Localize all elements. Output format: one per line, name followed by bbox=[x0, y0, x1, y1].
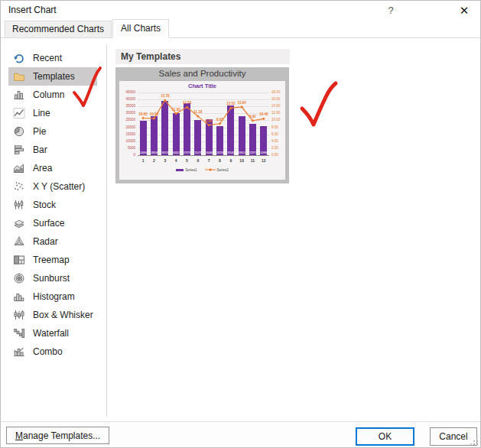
left-axis-tick: 10000 bbox=[119, 139, 135, 144]
line-data-label: 15.78 bbox=[161, 94, 169, 98]
waterfall-icon bbox=[12, 327, 26, 339]
bar-series1 bbox=[239, 116, 245, 155]
bar-data-label: 37179 bbox=[181, 151, 192, 154]
recent-icon bbox=[12, 52, 26, 64]
line-data-label: 10.65 bbox=[139, 112, 148, 116]
sidebar-item-label: Templates bbox=[33, 71, 75, 82]
sidebar-item-bar[interactable]: Bar bbox=[8, 141, 97, 159]
sidebar-item-line[interactable]: Line bbox=[8, 104, 97, 122]
templates-panel: My Templates Sales and Productivity Char… bbox=[115, 49, 290, 183]
sidebar-item-label: Bar bbox=[33, 144, 47, 155]
legend-swatch-bar bbox=[176, 169, 184, 171]
bar-data-label: 30412 bbox=[171, 151, 181, 154]
scatter-icon bbox=[12, 180, 26, 193]
right-axis-tick: 8.00 bbox=[271, 125, 278, 130]
right-axis-tick: 6.00 bbox=[271, 132, 278, 137]
left-axis-tick: 40000 bbox=[119, 97, 135, 102]
folder-icon bbox=[12, 70, 26, 83]
left-axis-tick: 15000 bbox=[119, 132, 135, 137]
ok-button[interactable]: OK bbox=[356, 427, 414, 446]
resize-grip[interactable] bbox=[470, 437, 478, 445]
close-icon[interactable]: ✕ bbox=[453, 1, 476, 21]
sidebar-item-pie[interactable]: Pie bbox=[8, 122, 97, 141]
insert-chart-dialog: Insert Chart ? ✕ Recommended Charts All … bbox=[0, 0, 481, 448]
x-axis-label: 10 bbox=[236, 158, 247, 163]
sidebar-item-label: Box & Whisker bbox=[33, 310, 93, 320]
x-axis-line bbox=[138, 155, 269, 156]
sidebar-item-label: Surface bbox=[33, 218, 64, 229]
sidebar-item-combo[interactable]: Combo bbox=[8, 342, 97, 361]
left-axis-tick: 45000 bbox=[119, 90, 135, 95]
box-whisker-icon bbox=[12, 309, 26, 321]
area-icon bbox=[12, 162, 26, 174]
combo-icon bbox=[12, 346, 26, 358]
chart-legend: Series1Series2 bbox=[119, 167, 285, 173]
sidebar-divider bbox=[106, 44, 107, 417]
radar-icon bbox=[12, 235, 26, 248]
treemap-icon bbox=[12, 254, 26, 266]
right-axis-tick: 10.00 bbox=[271, 118, 280, 122]
sidebar-item-label: Radar bbox=[33, 236, 58, 247]
sidebar-item-area[interactable]: Area bbox=[8, 159, 97, 177]
line-data-label: 8.65 bbox=[206, 119, 213, 123]
x-axis-label: 9 bbox=[226, 158, 236, 163]
left-axis-tick: 35000 bbox=[119, 104, 135, 109]
line-data-label: 13.52 bbox=[226, 102, 235, 106]
sidebar-item-waterfall[interactable]: Waterfall bbox=[8, 324, 97, 342]
sidebar-item-label: Recent bbox=[33, 53, 62, 63]
line-data-label: 13.84 bbox=[238, 101, 246, 105]
tabstrip: Recommended Charts All Charts bbox=[1, 21, 480, 38]
sidebar-item-radar[interactable]: Radar bbox=[8, 232, 97, 251]
surface-icon bbox=[12, 217, 26, 229]
right-axis-tick: 12.00 bbox=[271, 111, 280, 115]
sidebar-item-sunburst[interactable]: Sunburst bbox=[8, 269, 97, 287]
sidebar-item-label: Column bbox=[33, 89, 64, 100]
tab-all-charts[interactable]: All Charts bbox=[112, 19, 169, 38]
bar-series1 bbox=[184, 103, 190, 155]
x-axis-label: 5 bbox=[181, 158, 192, 163]
manage-templates-accelerator: M bbox=[15, 430, 23, 441]
sidebar-item-label: Line bbox=[33, 108, 50, 118]
x-axis-label: 12 bbox=[258, 158, 269, 163]
sidebar-item-box-whisker[interactable]: Box & Whisker bbox=[8, 306, 97, 324]
sidebar-item-label: Stock bbox=[33, 200, 56, 210]
sidebar-item-label: Sunburst bbox=[33, 273, 70, 284]
left-axis-tick: 0 bbox=[119, 153, 135, 157]
bar-series1 bbox=[173, 113, 180, 155]
template-chart-preview: Chart Title4500018.004000016.003500014.0… bbox=[119, 81, 285, 180]
sidebar-item-treemap[interactable]: Treemap bbox=[8, 251, 97, 269]
chart-type-sidebar: RecentTemplatesColumnLinePieBarAreaX Y (… bbox=[1, 49, 106, 421]
sidebar-item-label: Histogram bbox=[33, 291, 75, 302]
sidebar-item-label: Treemap bbox=[33, 255, 70, 265]
column-icon bbox=[12, 89, 26, 101]
left-axis-tick: 5000 bbox=[119, 146, 135, 151]
bar-data-label: 25171 bbox=[193, 151, 203, 154]
bar-data-label: 26046 bbox=[203, 151, 214, 154]
manage-templates-button[interactable]: Manage Templates... bbox=[6, 427, 109, 444]
sunburst-icon bbox=[12, 272, 26, 284]
sidebar-item-column[interactable]: Column bbox=[8, 86, 97, 104]
sidebar-item-x-y-scatter[interactable]: X Y (Scatter) bbox=[8, 177, 97, 196]
bar-data-label: 24494 bbox=[138, 151, 148, 154]
line-data-label: 11.18 bbox=[193, 110, 202, 114]
right-axis-tick: 0.00 bbox=[271, 153, 278, 157]
tab-recommended-charts[interactable]: Recommended Charts bbox=[5, 21, 112, 37]
histogram-icon bbox=[12, 291, 26, 303]
help-icon[interactable]: ? bbox=[381, 1, 401, 21]
right-axis-tick: 18.00 bbox=[271, 90, 280, 95]
line-data-label: 9.92 bbox=[249, 115, 256, 118]
bar-data-label: 22377 bbox=[247, 151, 258, 154]
sidebar-item-stock[interactable]: Stock bbox=[8, 196, 97, 214]
template-tile-sales-and-productivity[interactable]: Sales and Productivity Chart Title450001… bbox=[115, 67, 289, 183]
line-data-label: 13.76 bbox=[183, 101, 191, 105]
legend-label: Series2 bbox=[217, 168, 229, 172]
footer: Manage Templates... OK Cancel bbox=[1, 421, 480, 447]
sidebar-item-histogram[interactable]: Histogram bbox=[8, 287, 97, 306]
sidebar-item-recent[interactable]: Recent bbox=[8, 49, 97, 67]
right-axis-tick: 4.00 bbox=[271, 139, 278, 144]
right-axis-tick: 14.00 bbox=[271, 104, 280, 109]
sidebar-item-surface[interactable]: Surface bbox=[8, 214, 97, 232]
manage-templates-label: anage Templates... bbox=[23, 430, 100, 441]
bar-icon bbox=[12, 144, 26, 156]
sidebar-item-templates[interactable]: Templates bbox=[8, 67, 97, 86]
